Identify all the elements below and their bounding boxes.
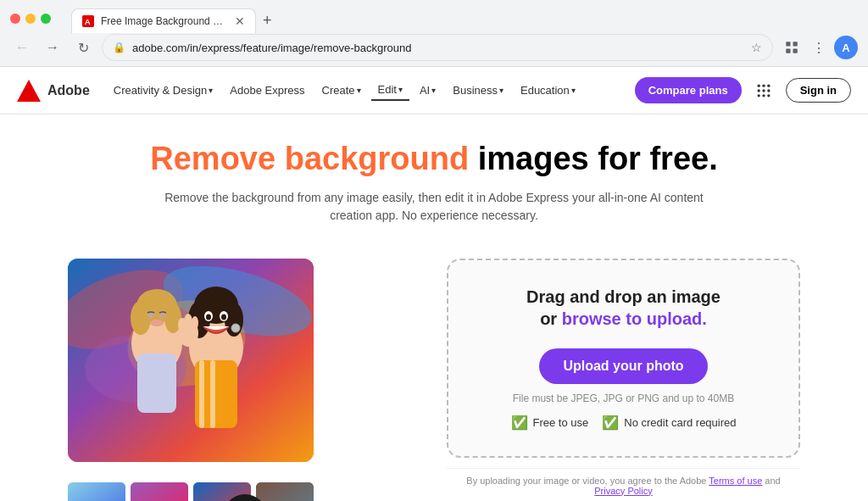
chevron-down-icon: ▾ [209,86,213,95]
svg-point-46 [192,316,198,330]
bookmark-icon[interactable]: ☆ [751,41,762,54]
hero-title: Remove background images for free. [17,140,851,179]
close-window-button[interactable] [10,14,20,24]
adobe-logo[interactable]: Adobe [17,79,90,103]
drag-drop-title: Drag and drop an image or browse to uplo… [465,286,782,330]
site-navigation: Adobe Creativity & Design ▾ Adobe Expres… [0,67,868,114]
svg-rect-48 [131,482,188,501]
no-credit-card-badge: ✅ No credit card required [602,415,736,431]
profile-button[interactable]: A [834,36,858,59]
main-content: 🖼 Drag and drop an [0,242,868,501]
hero-section: Remove background images for free. Remov… [0,114,868,242]
check-icon-2: ✅ [602,415,619,431]
svg-point-15 [767,94,770,97]
adobe-express-link[interactable]: Adobe Express [223,81,311,100]
svg-point-38 [221,314,226,320]
browser-chrome: A Free Image Background Remo... ✕ + ← → … [0,0,868,67]
hero-subtitle: Remove the background from any image eas… [146,189,722,225]
image-panel: 🖼 [68,259,421,501]
education-link[interactable]: Education ▾ [514,81,582,100]
thumbnail-4[interactable] [256,482,314,501]
website: Adobe Creativity & Design ▾ Adobe Expres… [0,67,868,501]
thumbnail-2[interactable] [131,482,188,501]
refresh-button[interactable]: ↻ [71,36,95,59]
svg-point-13 [757,94,760,97]
chevron-down-icon: ▾ [499,86,504,95]
svg-rect-2 [786,42,790,46]
tab-title: Free Image Background Remo... [101,15,228,27]
svg-rect-47 [68,482,125,501]
thumbnail-1[interactable] [68,482,125,501]
svg-marker-6 [17,79,41,101]
address-bar: ← → ↻ 🔒 adobe.com/in/express/feature/ima… [0,31,868,66]
chevron-down-icon: ▾ [431,86,436,95]
adobe-text: Adobe [47,83,90,98]
free-to-use-badge: ✅ Free to use [511,415,589,431]
svg-point-14 [762,94,765,97]
svg-point-24 [131,301,151,335]
upload-photo-button[interactable]: Upload your photo [539,348,707,384]
privacy-policy-link[interactable]: Privacy Policy [594,486,652,496]
terms-of-use-link[interactable]: Terms of use [709,476,762,486]
terms-text: By uploading your image or video, you ag… [447,468,800,496]
hero-title-plain: images for free. [469,141,718,176]
svg-point-28 [150,320,164,326]
minimize-window-button[interactable] [25,14,36,24]
compare-plans-button[interactable]: Compare plans [635,77,742,103]
svg-point-12 [767,89,770,92]
sign-in-button[interactable]: Sign in [786,78,851,103]
create-link[interactable]: Create ▾ [315,81,368,100]
svg-rect-42 [210,360,215,428]
new-tab-button[interactable]: + [256,8,279,33]
maximize-window-button[interactable] [41,14,51,24]
svg-point-45 [184,314,192,329]
main-demo-image [68,259,314,462]
upload-panel: Drag and drop an image or browse to uplo… [447,259,800,496]
window-controls [10,14,51,24]
business-link[interactable]: Business ▾ [446,81,510,100]
tab-favicon-icon: A [82,15,94,27]
svg-point-37 [206,314,211,320]
svg-point-11 [762,89,765,92]
browse-link[interactable]: browse to upload. [562,309,707,328]
url-text: adobe.com/in/express/feature/image/remov… [132,42,744,54]
tab-close-button[interactable]: ✕ [235,14,245,28]
apps-grid-icon[interactable] [752,79,776,103]
forward-button[interactable]: → [41,36,64,59]
svg-text:A: A [85,17,91,26]
drop-zone[interactable]: Drag and drop an image or browse to uplo… [447,259,800,458]
chevron-down-icon: ▾ [357,86,361,95]
lock-icon: 🔒 [113,42,125,53]
chevron-down-icon: ▾ [398,85,403,94]
active-tab[interactable]: A Free Image Background Remo... ✕ [71,8,256,33]
title-bar: A Free Image Background Remo... ✕ + [0,0,868,31]
creativity-design-link[interactable]: Creativity & Design ▾ [107,81,220,100]
file-hint-text: File must be JPEG, JPG or PNG and up to … [465,392,782,404]
more-options-button[interactable]: ⋮ [807,36,831,59]
svg-rect-41 [199,360,204,428]
svg-rect-50 [256,482,314,501]
tab-bar: A Free Image Background Remo... ✕ + [61,4,289,33]
chevron-down-icon: ▾ [571,86,576,95]
svg-point-7 [757,84,760,86]
url-bar[interactable]: 🔒 adobe.com/in/express/feature/image/rem… [102,34,773,61]
svg-rect-3 [793,42,798,46]
svg-rect-4 [786,49,790,53]
edit-link[interactable]: Edit ▾ [371,80,409,101]
adobe-logo-icon [17,79,41,103]
svg-point-39 [231,324,240,332]
nav-right: Compare plans Sign in [635,77,851,103]
nav-links: Creativity & Design ▾ Adobe Express Crea… [107,80,618,101]
trust-badges: ✅ Free to use ✅ No credit card required [465,415,782,431]
svg-point-9 [767,84,770,86]
svg-rect-5 [793,49,798,53]
toolbar-icons: ⋮ A [780,36,858,59]
check-icon-1: ✅ [511,415,528,431]
svg-point-8 [762,84,765,86]
hero-title-colored: Remove background [150,141,469,176]
ai-link[interactable]: AI ▾ [413,81,442,100]
svg-rect-29 [137,353,176,413]
demo-photo-svg [68,259,314,462]
extensions-button[interactable] [780,36,804,59]
back-button[interactable]: ← [10,36,34,59]
